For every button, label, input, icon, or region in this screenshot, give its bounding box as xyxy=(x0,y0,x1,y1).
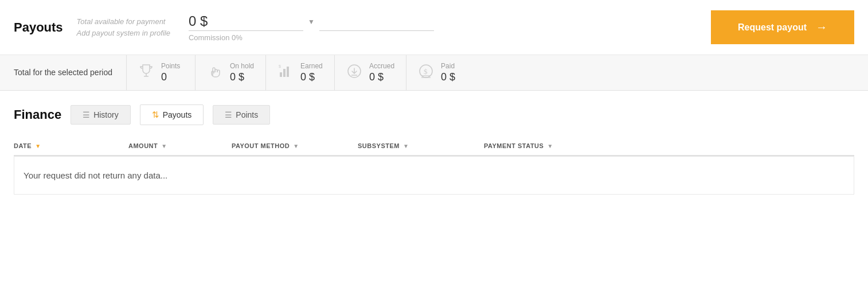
accrued-value: 0 $ xyxy=(369,71,394,83)
page-title: Payouts xyxy=(14,20,63,35)
th-date: DATE ▼ xyxy=(14,142,128,149)
amount-row: ▼ xyxy=(189,13,697,31)
date-filter-icon[interactable]: ▼ xyxy=(35,143,41,149)
stats-cell-onhold: On hold 0 $ xyxy=(196,55,266,90)
accrued-info: Accrued 0 $ xyxy=(369,62,394,83)
th-payment-status-label: PAYMENT STATUS xyxy=(484,142,544,149)
list-icon-history: ☰ xyxy=(83,110,90,119)
th-amount-label: AMOUNT xyxy=(128,142,158,149)
dropdown-arrow-icon[interactable]: ▼ xyxy=(308,18,315,26)
svg-rect-2 xyxy=(280,72,282,77)
stats-cell-points: Points 0 xyxy=(127,55,196,90)
earned-value: 0 $ xyxy=(300,71,323,83)
th-amount: AMOUNT ▼ xyxy=(128,142,232,149)
request-payout-button[interactable]: Request payout → xyxy=(711,10,854,44)
th-payout-method-label: PAYOUT METHOD xyxy=(232,142,290,149)
tab-history[interactable]: ☰ History xyxy=(71,105,131,125)
svg-rect-3 xyxy=(283,69,286,77)
earned-info: Earned 0 $ xyxy=(300,62,323,83)
finance-header: Finance ☰ History ⇅ Payouts ☰ Points xyxy=(14,104,854,125)
finance-title: Finance xyxy=(14,107,61,122)
payouts-subtitle: Total available for payment Add payout s… xyxy=(77,16,170,38)
finance-section: Finance ☰ History ⇅ Payouts ☰ Points DAT… xyxy=(0,91,868,195)
points-label: Points xyxy=(161,62,180,70)
arrows-icon: ⇅ xyxy=(152,110,159,120)
tab-points[interactable]: ☰ Points xyxy=(213,105,270,125)
th-payment-status: PAYMENT STATUS ▼ xyxy=(484,142,854,149)
period-label-cell: Total for the selected period xyxy=(0,55,127,90)
dollar-circle-icon: $ xyxy=(418,63,434,82)
payouts-header: Payouts Total available for payment Add … xyxy=(0,0,868,55)
paid-value: 0 $ xyxy=(441,71,455,83)
chart-icon: $ xyxy=(277,63,294,82)
empty-message: Your request did not return any data... xyxy=(14,164,177,187)
amount-section: ▼ Commission 0% xyxy=(189,13,697,42)
stats-cell-accrued: Accrued 0 $ xyxy=(335,55,406,90)
amount-filter-icon[interactable]: ▼ xyxy=(161,143,167,149)
accrued-label: Accrued xyxy=(369,62,394,70)
tab-history-label: History xyxy=(93,110,119,119)
th-payout-method: PAYOUT METHOD ▼ xyxy=(232,142,358,149)
tab-payouts-label: Payouts xyxy=(163,110,192,119)
list-icon-points: ☰ xyxy=(225,110,232,119)
onhold-value: 0 $ xyxy=(230,71,254,83)
trophy-icon xyxy=(138,63,154,82)
payout-method-filter-icon[interactable]: ▼ xyxy=(293,143,299,149)
stats-bar: Total for the selected period Points 0 xyxy=(0,55,868,91)
subtitle-line2: Add payout system in profile xyxy=(77,28,170,39)
amount-input[interactable] xyxy=(189,13,303,31)
svg-text:$: $ xyxy=(279,64,281,68)
th-subsystem: SUBSYSTEM ▼ xyxy=(358,142,484,149)
request-payout-label: Request payout xyxy=(738,22,807,33)
period-label: Total for the selected period xyxy=(14,67,112,79)
table-header: DATE ▼ AMOUNT ▼ PAYOUT METHOD ▼ SUBSYSTE… xyxy=(14,137,854,156)
earned-label: Earned xyxy=(300,62,323,70)
empty-state: Your request did not return any data... xyxy=(14,156,854,195)
stats-cell-paid: $ Paid 0 $ xyxy=(406,55,475,90)
hand-icon xyxy=(207,63,223,82)
payment-status-filter-icon[interactable]: ▼ xyxy=(547,143,553,149)
points-info: Points 0 xyxy=(161,62,180,83)
th-subsystem-label: SUBSYSTEM xyxy=(358,142,400,149)
subsystem-filter-icon[interactable]: ▼ xyxy=(403,143,409,149)
points-value: 0 xyxy=(161,71,180,83)
arrow-icon: → xyxy=(816,21,827,34)
subtitle-line1: Total available for payment xyxy=(77,16,170,28)
svg-rect-4 xyxy=(287,67,289,77)
th-date-label: DATE xyxy=(14,142,32,149)
tab-payouts[interactable]: ⇅ Payouts xyxy=(140,104,204,125)
paid-label: Paid xyxy=(441,62,455,70)
download-icon xyxy=(346,63,362,82)
paid-info: Paid 0 $ xyxy=(441,62,455,83)
onhold-info: On hold 0 $ xyxy=(230,62,254,83)
stats-cell-earned: $ Earned 0 $ xyxy=(266,55,335,90)
onhold-label: On hold xyxy=(230,62,254,70)
commission-text: Commission 0% xyxy=(189,33,697,42)
svg-text:$: $ xyxy=(424,67,428,76)
tab-points-label: Points xyxy=(236,110,258,119)
